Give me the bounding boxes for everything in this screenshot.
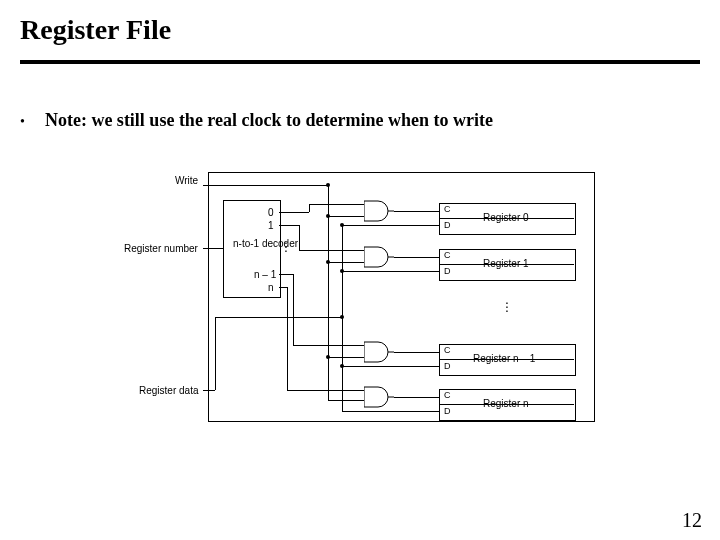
reg1-port-d: D xyxy=(444,266,451,276)
decoder-label: n-to-1 decoder xyxy=(233,239,269,249)
wire-regnum xyxy=(203,248,223,249)
wire-d-0 xyxy=(342,225,439,226)
wire-w-tap-3 xyxy=(328,400,364,401)
wire-dec-0t xyxy=(309,204,364,205)
wire-dec-2h xyxy=(279,274,293,275)
title-rule xyxy=(20,60,700,64)
page-title: Register File xyxy=(20,14,171,46)
wire-c-0 xyxy=(394,211,439,212)
label-regnum: Register number xyxy=(124,243,198,254)
bullet-item: • Note: we still use the real clock to d… xyxy=(20,110,493,131)
wire-dec-0h xyxy=(279,212,309,213)
wire-dec-1t xyxy=(299,250,364,251)
and-gate-2-icon xyxy=(364,341,394,363)
node-d2 xyxy=(340,364,344,368)
node-w0 xyxy=(326,214,330,218)
wire-d-1 xyxy=(342,271,439,272)
wire-c-1 xyxy=(394,257,439,258)
decoder-out-nm1: n – 1 xyxy=(254,269,276,280)
reg3-port-d: D xyxy=(444,406,451,416)
reg0-port-c: C xyxy=(444,204,451,214)
wire-w-tap-2 xyxy=(328,357,364,358)
wire-dec-1h xyxy=(279,225,299,226)
wire-regdata xyxy=(203,390,215,391)
decoder-out-n: n xyxy=(268,282,274,293)
wire-regdata-up xyxy=(215,317,216,390)
reg2-port-d: D xyxy=(444,361,451,371)
slide: Register File • Note: we still use the r… xyxy=(0,0,720,540)
node-d0 xyxy=(340,223,344,227)
wire-dec-3h xyxy=(279,287,287,288)
bullet-text: Note: we still use the real clock to det… xyxy=(45,110,493,131)
page-number: 12 xyxy=(682,509,702,532)
reg1-div xyxy=(439,264,574,265)
decoder-out-1: 1 xyxy=(268,220,274,231)
wire-dec-0v xyxy=(309,204,310,212)
wire-w-tap-0 xyxy=(328,216,364,217)
node-d1 xyxy=(340,269,344,273)
reg0-div xyxy=(439,218,574,219)
wire-dec-3v xyxy=(287,287,288,390)
wire-dec-1v xyxy=(299,225,300,250)
wire-c-3 xyxy=(394,397,439,398)
reg2-div xyxy=(439,359,574,360)
node-w1 xyxy=(326,260,330,264)
and-gate-3-icon xyxy=(364,386,394,408)
wire-w-tap-1 xyxy=(328,262,364,263)
decoder-vdots: ··· xyxy=(284,240,288,252)
register-file-diagram: Write Register number n-to-1 decoder 0 1… xyxy=(128,172,594,422)
reg0-port-d: D xyxy=(444,220,451,230)
and-gate-1-icon xyxy=(364,246,394,268)
reg3-port-c: C xyxy=(444,390,451,400)
label-write: Write xyxy=(175,175,198,186)
reg2-port-c: C xyxy=(444,345,451,355)
reg1-port-c: C xyxy=(444,250,451,260)
wire-c-2 xyxy=(394,352,439,353)
wire-dec-2t xyxy=(293,345,364,346)
wire-dec-3t xyxy=(287,390,364,391)
wire-regdata-h xyxy=(215,317,342,318)
and-gate-0-icon xyxy=(364,200,394,222)
bullet-icon: • xyxy=(20,114,25,130)
reg3-div xyxy=(439,404,574,405)
wire-d-3 xyxy=(342,411,439,412)
wire-write xyxy=(203,185,328,186)
node-d-join xyxy=(340,315,344,319)
wire-dec-2v xyxy=(293,274,294,345)
decoder-out-0: 0 xyxy=(268,207,274,218)
wire-d-2 xyxy=(342,366,439,367)
registers-vdots: ··· xyxy=(505,300,509,312)
node-w2 xyxy=(326,355,330,359)
label-regdata: Register data xyxy=(139,385,198,396)
node-write-drop xyxy=(326,183,330,187)
